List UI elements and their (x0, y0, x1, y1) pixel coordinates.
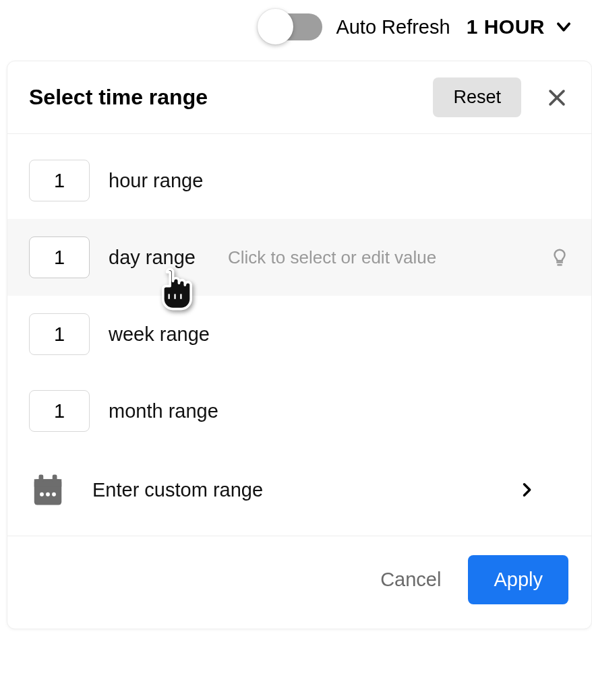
option-value-input[interactable]: 1 (29, 160, 90, 201)
option-custom-range[interactable]: Enter custom range (7, 449, 591, 536)
option-label: week range (109, 323, 210, 346)
svg-rect-6 (34, 479, 62, 486)
option-day-range[interactable]: 1 day range Click to select or edit valu… (7, 219, 591, 296)
option-hint: Click to select or edit value (228, 247, 436, 268)
svg-rect-8 (53, 475, 57, 482)
option-value-input[interactable]: 1 (29, 313, 90, 355)
close-button[interactable] (543, 84, 571, 112)
option-value-input[interactable]: 1 (29, 236, 90, 278)
option-month-range[interactable]: 1 month range (7, 373, 591, 449)
panel-title: Select time range (29, 85, 208, 110)
option-label: day range (109, 247, 196, 269)
option-label: hour range (109, 170, 203, 192)
auto-refresh-label: Auto Refresh (336, 16, 450, 38)
svg-point-11 (52, 492, 56, 497)
svg-rect-7 (39, 475, 44, 482)
auto-refresh-group: Auto Refresh (262, 13, 450, 40)
top-bar: Auto Refresh 1 HOUR (0, 0, 592, 54)
panel-header-actions: Reset (433, 77, 571, 117)
chevron-right-icon (517, 480, 536, 499)
panel-header: Select time range Reset (7, 61, 591, 134)
option-label: month range (109, 400, 218, 422)
pointer-cursor-icon (156, 266, 196, 312)
svg-point-10 (46, 492, 50, 497)
close-icon (545, 86, 568, 109)
time-range-selector[interactable]: 1 HOUR (467, 15, 573, 38)
time-range-selector-value: 1 HOUR (467, 15, 545, 38)
chevron-down-icon (554, 18, 573, 36)
custom-range-label: Enter custom range (92, 479, 263, 501)
options-list: 1 hour range 1 day range Click to select… (7, 134, 591, 536)
option-hour-range[interactable]: 1 hour range (7, 142, 591, 219)
apply-button[interactable]: Apply (468, 555, 568, 604)
option-value-input[interactable]: 1 (29, 390, 90, 432)
svg-point-9 (40, 492, 44, 497)
cancel-button[interactable]: Cancel (375, 562, 446, 598)
reset-button[interactable]: Reset (433, 77, 521, 117)
time-range-panel: Select time range Reset 1 hour range 1 d… (7, 61, 592, 629)
auto-refresh-toggle[interactable] (262, 13, 322, 40)
panel-footer: Cancel Apply (7, 536, 591, 629)
calendar-icon (29, 471, 67, 509)
option-week-range[interactable]: 1 week range (7, 296, 591, 373)
toggle-knob (258, 9, 293, 44)
lightbulb-icon (550, 247, 570, 267)
